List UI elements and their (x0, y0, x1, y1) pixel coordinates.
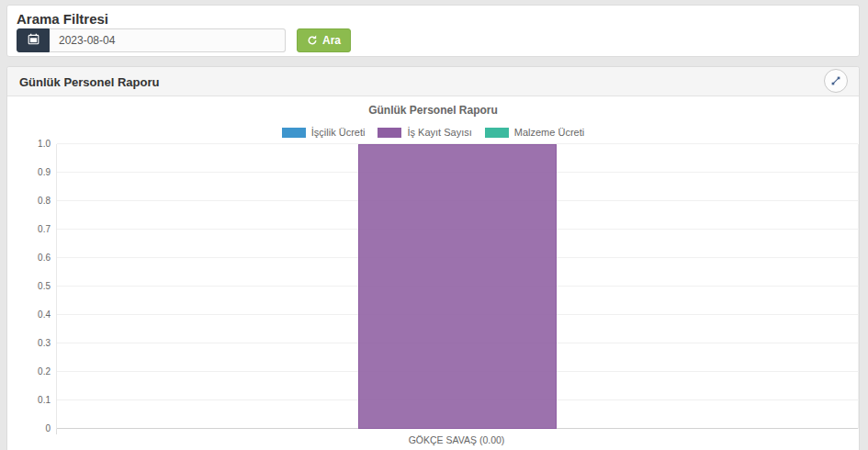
y-axis-tick-label: 0.1 (14, 395, 51, 406)
search-button-label: Ara (322, 34, 341, 47)
legend-item[interactable]: İş Kayıt Sayısı (378, 127, 471, 138)
legend-swatch (282, 128, 306, 138)
y-axis-tick-label: 1.0 (14, 139, 51, 150)
y-axis-tick-label: 0.3 (14, 338, 51, 349)
expand-icon (829, 74, 842, 87)
bar-2[interactable] (358, 144, 557, 429)
y-axis-tick-label: 0.8 (14, 196, 51, 207)
report-panel: Günlük Personel Raporu Günlük Personel R… (6, 66, 860, 450)
calendar-addon-button[interactable] (17, 28, 50, 52)
report-panel-title: Günlük Personel Raporu (19, 75, 159, 89)
y-axis-tick-label: 0.7 (14, 224, 51, 235)
y-axis-tick-label: 0.6 (14, 253, 51, 264)
y-axis-tick-label: 0.2 (14, 366, 51, 377)
chart-area: Günlük Personel Raporu İşçilik Ücretiİş … (7, 96, 859, 450)
chart-title: Günlük Personel Raporu (7, 104, 859, 117)
date-input-group (17, 28, 286, 52)
date-input[interactable] (50, 28, 286, 52)
legend-swatch (378, 128, 401, 138)
chart-plot: 00.10.20.30.40.50.60.70.80.91.0 (56, 144, 859, 429)
chart-legend: İşçilik Ücretiİş Kayıt SayısıMalzeme Ücr… (7, 127, 859, 138)
search-filter-panel: Arama Filtresi Ara (6, 5, 860, 57)
y-axis-tick-label: 0.5 (14, 281, 51, 292)
y-axis-tick-label: 0 (14, 423, 51, 434)
y-axis-tick-label: 0.9 (14, 167, 51, 178)
search-button[interactable]: Ara (297, 28, 351, 52)
legend-item[interactable]: İşçilik Ücreti (282, 127, 366, 138)
refresh-icon (307, 35, 318, 46)
legend-swatch (485, 128, 509, 138)
legend-label: İşçilik Ücreti (311, 127, 366, 138)
legend-item[interactable]: Malzeme Ücreti (485, 127, 584, 138)
calendar-icon (28, 32, 39, 49)
filter-panel-title: Arama Filtresi (17, 11, 108, 27)
legend-label: İş Kayıt Sayısı (407, 127, 471, 138)
x-axis-category-label: GÖKÇE SAVAŞ (0.00) (56, 434, 857, 445)
y-axis-tick-label: 0.4 (14, 309, 51, 321)
expand-button[interactable] (824, 69, 848, 93)
report-panel-header: Günlük Personel Raporu (7, 67, 859, 96)
legend-label: Malzeme Ücreti (514, 127, 584, 138)
